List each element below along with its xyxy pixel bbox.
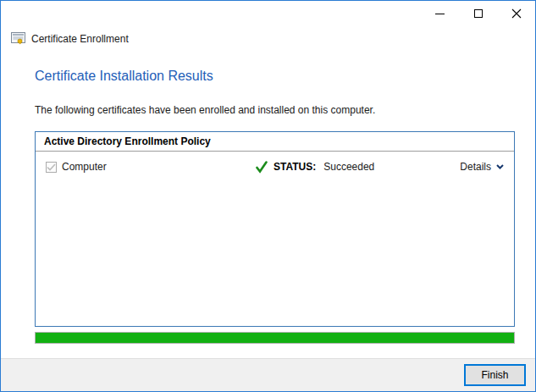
table-row: Computer STATUS: Succeeded Details (36, 152, 514, 182)
maximize-button[interactable] (459, 1, 497, 26)
close-icon (511, 8, 522, 19)
details-label: Details (460, 161, 491, 173)
checkbox-check-icon (47, 163, 56, 171)
page-title: Certificate Installation Results (35, 69, 213, 84)
details-toggle[interactable]: Details (460, 161, 504, 173)
maximize-icon (474, 9, 483, 18)
titlebar (1, 1, 535, 26)
status-label: STATUS: (274, 161, 316, 173)
progressbar-fill (36, 333, 514, 343)
minimize-icon (435, 14, 445, 14)
status-cell: STATUS: Succeeded (256, 161, 374, 174)
certificate-icon (11, 32, 25, 45)
close-button[interactable] (497, 1, 535, 26)
chevron-down-icon (496, 164, 504, 169)
app-title: Certificate Enrollment (31, 33, 129, 45)
enrollment-progressbar (35, 332, 515, 344)
minimize-button[interactable] (421, 1, 459, 26)
page-description: The following certificates have been enr… (35, 104, 375, 116)
app-header: Certificate Enrollment (11, 32, 129, 45)
certificate-enrollment-window: Certificate Enrollment Certificate Insta… (0, 0, 536, 392)
footer: Finish (1, 358, 535, 391)
panel-header: Active Directory Enrollment Policy (36, 132, 514, 152)
status-success-icon (256, 161, 268, 174)
certificate-name-label: Computer (62, 161, 107, 173)
finish-button[interactable]: Finish (464, 364, 526, 386)
certificate-name-cell: Computer (46, 161, 256, 173)
computer-checkbox[interactable] (46, 162, 57, 173)
status-value: Succeeded (323, 161, 374, 173)
enrollment-policy-panel: Active Directory Enrollment Policy Compu… (35, 131, 515, 327)
